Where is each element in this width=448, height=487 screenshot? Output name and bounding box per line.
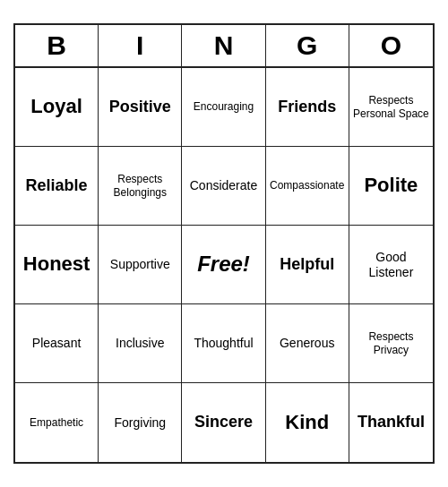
bingo-cell: Empathetic (15, 383, 99, 462)
cell-text: Encouraging (194, 100, 254, 113)
cell-text: Respects Privacy (353, 330, 429, 356)
bingo-cell: Reliable (15, 147, 99, 226)
bingo-grid: LoyalPositiveEncouragingFriendsRespects … (15, 68, 433, 462)
bingo-cell: Kind (266, 383, 349, 462)
bingo-cell: Positive (99, 68, 182, 147)
bingo-card: BINGO LoyalPositiveEncouragingFriendsRes… (13, 23, 435, 464)
cell-text: Kind (285, 411, 329, 434)
cell-text: Sincere (194, 413, 253, 432)
cell-text: Pleasant (32, 336, 81, 351)
cell-text: Positive (109, 98, 171, 117)
bingo-cell: Generous (266, 304, 349, 383)
bingo-header: BINGO (15, 25, 433, 68)
cell-text: Thankful (358, 413, 425, 432)
cell-text: Good Listener (353, 250, 429, 280)
cell-text: Honest (23, 252, 90, 276)
bingo-cell: Thankful (349, 383, 433, 462)
cell-text: Compassionate (270, 179, 344, 192)
cell-text: Forgiving (114, 415, 166, 431)
cell-text: Loyal (30, 95, 82, 118)
bingo-cell: Pleasant (15, 304, 99, 383)
cell-text: Respects Belongings (102, 173, 177, 199)
bingo-cell: Forgiving (99, 383, 182, 462)
cell-text: Empathetic (30, 416, 83, 429)
header-letter: B (15, 25, 99, 66)
header-letter: N (182, 25, 265, 66)
cell-text: Reliable (26, 176, 88, 196)
bingo-cell: Loyal (15, 68, 99, 147)
bingo-cell: Free! (182, 226, 265, 304)
cell-text: Friends (278, 98, 336, 117)
bingo-cell: Polite (349, 147, 433, 226)
cell-text: Considerate (190, 178, 258, 193)
header-letter: I (99, 25, 182, 66)
bingo-cell: Sincere (182, 383, 265, 462)
header-letter: G (266, 25, 349, 66)
bingo-cell: Inclusive (99, 304, 182, 383)
bingo-cell: Thoughtful (182, 304, 265, 383)
bingo-cell: Compassionate (266, 147, 349, 226)
bingo-cell: Friends (266, 68, 349, 147)
bingo-cell: Respects Belongings (99, 147, 182, 226)
cell-text: Free! (197, 252, 250, 278)
bingo-cell: Respects Personal Space (349, 68, 433, 147)
cell-text: Polite (364, 174, 418, 197)
bingo-cell: Encouraging (182, 68, 265, 147)
cell-text: Supportive (110, 257, 170, 272)
cell-text: Generous (280, 336, 334, 351)
bingo-cell: Honest (15, 226, 99, 304)
bingo-cell: Helpful (266, 226, 349, 304)
header-letter: O (349, 25, 433, 66)
bingo-cell: Respects Privacy (349, 304, 433, 383)
cell-text: Helpful (280, 255, 334, 275)
cell-text: Respects Personal Space (353, 94, 429, 120)
cell-text: Inclusive (116, 336, 164, 351)
bingo-cell: Supportive (99, 226, 182, 304)
cell-text: Thoughtful (194, 336, 253, 351)
bingo-cell: Good Listener (349, 226, 433, 304)
bingo-cell: Considerate (182, 147, 265, 226)
